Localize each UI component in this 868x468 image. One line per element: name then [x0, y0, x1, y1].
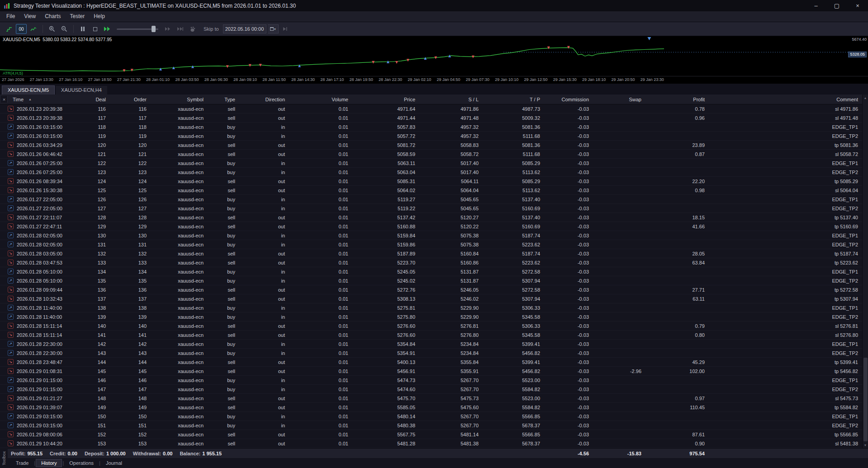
tab-operations[interactable]: Operations: [64, 459, 99, 467]
table-row[interactable]: ↘ 2026.01.26 08:39:34 124 124 xauusd-ecn…: [0, 177, 868, 186]
skip-to-end-icon[interactable]: [175, 24, 185, 34]
table-row[interactable]: ↘ 2026.01.26 06:46:42 121 121 xauusd-ecn…: [0, 150, 868, 159]
calendar-dropdown-button[interactable]: ▾: [268, 24, 279, 33]
table-row[interactable]: ↗ 2026.01.28 22:30:00 143 143 xauusd-ecn…: [0, 349, 868, 358]
column-header-profit[interactable]: Profit: [647, 97, 710, 102]
column-header-swap[interactable]: Swap: [594, 97, 647, 102]
scroll-down-icon[interactable]: ▼: [863, 442, 868, 448]
step-forward-icon[interactable]: [280, 24, 291, 34]
tab-history[interactable]: History: [36, 459, 62, 467]
table-row[interactable]: ↗ 2026.01.28 02:05:00 131 131 xauusd-ecn…: [0, 240, 868, 249]
column-header-comment[interactable]: Comment: [710, 97, 868, 102]
table-row[interactable]: ↘ 2026.01.28 03:47:53 133 133 xauusd-ecn…: [0, 258, 868, 267]
table-row[interactable]: ↘ 2026.01.26 15:30:38 125 125 xauusd-ecn…: [0, 186, 868, 195]
close-panel-button[interactable]: ×: [1, 96, 8, 103]
skip-forward-icon[interactable]: [162, 24, 173, 34]
maximize-button[interactable]: ▢: [826, 0, 847, 11]
cell-tp: 5223.62: [484, 242, 545, 247]
column-header-type[interactable]: Type: [209, 97, 241, 102]
table-row[interactable]: ↗ 2026.01.27 22:05:00 126 126 xauusd-ecn…: [0, 195, 868, 204]
pan-hand-icon[interactable]: [187, 24, 198, 34]
table-row[interactable]: ↘ 2026.01.28 10:32:43 137 137 xauusd-ecn…: [0, 294, 868, 303]
cell-order: 141: [111, 332, 152, 338]
table-row[interactable]: ↘ 2026.01.23 20:39:38 117 117 xauusd-ecn…: [0, 113, 868, 123]
cell-type: buy: [209, 233, 241, 238]
zoom-in-button[interactable]: [47, 24, 57, 34]
table-row[interactable]: ↘ 2026.01.28 15:11:14 141 141 xauusd-ecn…: [0, 331, 868, 340]
column-header-direction[interactable]: Direction: [241, 97, 290, 102]
table-row[interactable]: ↘ 2026.01.28 15:11:14 140 140 xauusd-ecn…: [0, 321, 868, 331]
menu-tester[interactable]: Tester: [65, 11, 89, 22]
tab-journal[interactable]: Journal: [101, 459, 127, 467]
menu-file[interactable]: File: [2, 11, 19, 22]
column-header-deal[interactable]: Deal: [76, 97, 111, 102]
table-row[interactable]: ↗ 2026.01.28 05:10:00 135 135 xauusd-ecn…: [0, 276, 868, 285]
column-header-volume[interactable]: Volume: [290, 97, 354, 102]
step-chart-icon[interactable]: [4, 24, 14, 34]
table-row[interactable]: ↘ 2026.01.29 10:44:20 153 153 xauusd-ecn…: [0, 439, 868, 448]
table-row[interactable]: ↗ 2026.01.26 03:15:00 118 118 xauusd-ecn…: [0, 123, 868, 132]
table-row[interactable]: ↗ 2026.01.27 22:05:00 127 127 xauusd-ecn…: [0, 204, 868, 213]
scroll-up-icon[interactable]: ▲: [863, 95, 868, 101]
pause-button[interactable]: [77, 24, 88, 34]
chart-tab-xauusd-ecn-m5[interactable]: XAUUSD-ECN,M5: [2, 85, 55, 95]
zoom-out-button[interactable]: [59, 24, 70, 34]
column-header-time[interactable]: × Time ▲: [0, 96, 76, 103]
table-row[interactable]: ↘ 2026.01.28 23:48:47 144 144 xauusd-ecn…: [0, 358, 868, 367]
table-row[interactable]: ↘ 2026.01.28 03:05:00 132 132 xauusd-ecn…: [0, 249, 868, 258]
table-row[interactable]: ↘ 2026.01.23 20:39:38 116 116 xauusd-ecn…: [0, 104, 868, 113]
column-header-tp[interactable]: T / P: [484, 97, 545, 102]
table-row[interactable]: ↗ 2026.01.29 01:15:00 146 146 xauusd-ecn…: [0, 376, 868, 385]
visual-chart[interactable]: XAUUSD-ECN,M5 5380.03 5383.22 5374.80 53…: [0, 36, 868, 76]
column-header-order[interactable]: Order: [111, 97, 152, 102]
table-row[interactable]: ↘ 2026.01.27 22:47:11 129 129 xauusd-ecn…: [0, 222, 868, 231]
menu-charts[interactable]: Charts: [40, 11, 65, 22]
table-row[interactable]: ↘ 2026.01.29 01:21:27 148 148 xauusd-ecn…: [0, 394, 868, 403]
table-row[interactable]: ↗ 2026.01.29 03:15:00 150 150 xauusd-ecn…: [0, 412, 868, 421]
cell-deal: 120: [76, 142, 111, 148]
table-row[interactable]: ↘ 2026.01.29 01:39:07 149 149 xauusd-ecn…: [0, 403, 868, 412]
table-row[interactable]: ↗ 2026.01.28 05:10:00 134 134 xauusd-ecn…: [0, 267, 868, 276]
cell-time: ↗ 2026.01.26 07:25:00: [0, 169, 76, 175]
table-row[interactable]: ↗ 2026.01.28 11:40:00 139 139 xauusd-ecn…: [0, 312, 868, 321]
column-header-sl[interactable]: S / L: [421, 97, 484, 102]
column-header-symbol[interactable]: Symbol: [152, 97, 209, 102]
menu-view[interactable]: View: [19, 11, 40, 22]
table-row[interactable]: ↗ 2026.01.26 07:25:00 123 123 xauusd-ecn…: [0, 168, 868, 177]
table-row[interactable]: ↗ 2026.01.28 22:30:00 142 142 xauusd-ecn…: [0, 340, 868, 349]
cell-type: sell: [209, 441, 241, 446]
tab-trade[interactable]: Trade: [11, 459, 33, 467]
column-header-price[interactable]: Price: [354, 97, 421, 102]
column-header-commission[interactable]: Commission: [545, 97, 594, 102]
table-row[interactable]: ↗ 2026.01.26 03:15:00 119 119 xauusd-ecn…: [0, 132, 868, 141]
scroll-thumb[interactable]: [863, 358, 868, 441]
table-row[interactable]: ↘ 2026.01.27 22:11:07 128 128 xauusd-ecn…: [0, 213, 868, 222]
close-button[interactable]: ×: [847, 0, 868, 11]
table-row[interactable]: ↗ 2026.01.28 11:40:00 138 138 xauusd-ecn…: [0, 303, 868, 312]
stop-button[interactable]: [90, 24, 100, 34]
cell-commission: -0.03: [545, 260, 594, 265]
menu-help[interactable]: Help: [89, 11, 109, 22]
skip-to-date-input[interactable]: [223, 24, 266, 33]
cell-sl: 5246.02: [421, 296, 484, 302]
line-chart-icon[interactable]: [28, 24, 39, 34]
table-row[interactable]: ↗ 2026.01.28 02:05:00 130 130 xauusd-ecn…: [0, 231, 868, 240]
minimize-button[interactable]: –: [806, 0, 826, 11]
speed-slider[interactable]: [117, 24, 158, 34]
cell-commission: -0.03: [545, 341, 594, 347]
table-scrollbar[interactable]: ▲ ▼: [862, 95, 868, 448]
table-row[interactable]: ↗ 2026.01.29 03:15:00 151 151 xauusd-ecn…: [0, 421, 868, 430]
table-row[interactable]: ↗ 2026.01.26 07:25:00 122 122 xauusd-ecn…: [0, 159, 868, 168]
table-row[interactable]: ↘ 2026.01.29 01:08:31 145 145 xauusd-ecn…: [0, 367, 868, 376]
table-row[interactable]: ↗ 2026.01.29 01:15:00 147 147 xauusd-ecn…: [0, 385, 868, 394]
cell-sl: 5267.70: [421, 378, 484, 383]
table-row[interactable]: ↘ 2026.01.28 09:09:44 136 136 xauusd-ecn…: [0, 285, 868, 294]
cell-deal: 125: [76, 188, 111, 193]
slider-handle[interactable]: [152, 26, 156, 32]
table-row[interactable]: ↘ 2026.01.26 03:34:29 120 120 xauusd-ecn…: [0, 141, 868, 150]
time-axis-label: 28 Jan 22:30: [379, 76, 402, 84]
table-row[interactable]: ↘ 2026.01.29 08:00:06 152 152 xauusd-ecn…: [0, 430, 868, 439]
chart-tab-xauusd-ecn-h4[interactable]: XAUUSD-ECN,H4: [56, 86, 107, 95]
fast-forward-button[interactable]: [102, 24, 113, 34]
frame-delay-button[interactable]: 00: [16, 24, 27, 34]
